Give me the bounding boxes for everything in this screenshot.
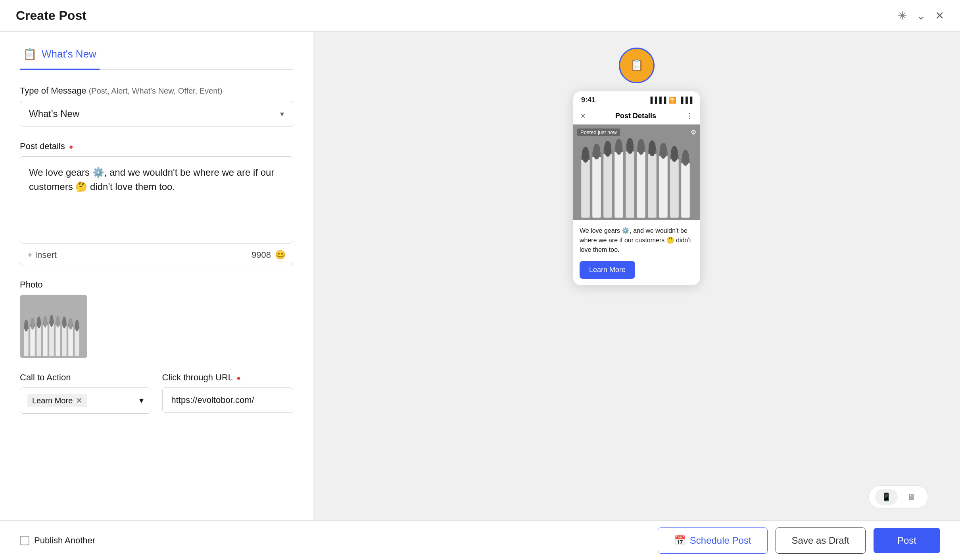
phone-nav-bar: ✕ Post Details ⋮	[573, 107, 700, 125]
svg-point-56	[637, 139, 645, 155]
publish-another-area[interactable]: Publish Another	[20, 535, 95, 546]
char-count-area: 9908 😊	[252, 250, 286, 260]
phone-time: 9:41	[581, 96, 595, 104]
insert-button[interactable]: + Insert	[27, 250, 57, 260]
cta-url-row: Call to Action Learn More ✕ ▾	[20, 372, 293, 414]
photo-label: Photo	[20, 280, 293, 290]
cta-tags: Learn More ✕	[27, 394, 139, 407]
schedule-post-button[interactable]: 📅 Schedule Post	[658, 527, 768, 554]
cta-controls: ▾	[139, 395, 144, 406]
phone-close-icon[interactable]: ✕	[580, 112, 586, 120]
cta-select[interactable]: Learn More ✕ ▾	[20, 387, 151, 414]
battery-icon: ▐▐▐	[679, 97, 692, 104]
cta-label: Call to Action	[20, 372, 151, 383]
message-type-label: Type of Message (Post, Alert, What's New…	[20, 86, 293, 96]
svg-point-25	[62, 316, 66, 328]
svg-rect-39	[670, 155, 679, 218]
cta-arrow-icon[interactable]: ▾	[139, 395, 144, 406]
right-panel: 📋 9:41 ▐▐▐▐ 🛜 ▐▐▐ ✕ Post Details	[313, 32, 960, 520]
svg-text:📋: 📋	[630, 58, 644, 71]
url-section: Click through URL ●	[162, 372, 294, 414]
svg-rect-40	[681, 159, 690, 218]
phone-post-text: We love gears ⚙️, and we wouldn't be whe…	[580, 226, 694, 255]
svg-point-51	[582, 147, 589, 163]
svg-point-19	[24, 320, 28, 332]
message-type-section: Type of Message (Post, Alert, What's New…	[20, 86, 293, 127]
svg-rect-35	[626, 148, 634, 218]
tag-remove-icon[interactable]: ✕	[76, 396, 83, 405]
post-details-section: Post details ● We love gears ⚙️, and we …	[20, 141, 293, 265]
svg-point-57	[649, 140, 656, 156]
post-button[interactable]: Post	[874, 528, 940, 553]
left-panel: 📋 What's New Type of Message (Post, Aler…	[0, 32, 313, 520]
svg-point-59	[671, 146, 678, 162]
svg-point-21	[37, 316, 41, 328]
pin-icon[interactable]: ✳	[898, 9, 907, 22]
svg-point-24	[56, 316, 60, 328]
phone-post-timestamp: Posted just now	[577, 128, 620, 136]
textarea-footer: + Insert 9908 😊	[20, 245, 293, 265]
required-indicator: ●	[69, 143, 73, 151]
save-draft-button[interactable]: Save as Draft	[776, 527, 866, 554]
svg-rect-37	[648, 150, 657, 218]
svg-point-22	[43, 316, 47, 328]
learn-more-button[interactable]: Learn More	[580, 261, 635, 279]
svg-rect-38	[659, 152, 668, 218]
wifi-icon: 🛜	[668, 96, 676, 104]
svg-rect-34	[614, 148, 623, 218]
phone-post-body: We love gears ⚙️, and we wouldn't be whe…	[573, 220, 700, 285]
phone-post-image: Posted just now ⚙	[573, 125, 700, 220]
post-details-input[interactable]: We love gears ⚙️, and we wouldn't be whe…	[20, 156, 293, 244]
tab-emoji: 📋	[23, 48, 37, 61]
select-arrow-icon: ▾	[280, 109, 284, 119]
photo-section: Photo	[20, 280, 293, 358]
svg-point-58	[660, 143, 667, 159]
emoji-picker-icon[interactable]: 😊	[275, 250, 286, 260]
svg-rect-36	[637, 148, 645, 218]
message-type-value: What's New	[29, 108, 79, 119]
phone-nav-title: Post Details	[615, 112, 656, 120]
svg-rect-31	[581, 156, 590, 218]
page-title: Create Post	[16, 8, 86, 23]
tab-whats-new[interactable]: 📋 What's New	[20, 40, 100, 70]
tab-label: What's New	[42, 48, 96, 60]
device-toggle-group: 📱 🖥	[868, 485, 928, 508]
tabs-container: 📋 What's New	[20, 32, 293, 70]
mobile-view-button[interactable]: 📱	[875, 489, 898, 505]
desktop-view-button[interactable]: 🖥	[901, 489, 922, 505]
phone-menu-icon[interactable]: ⋮	[686, 111, 693, 120]
url-label: Click through URL ●	[162, 372, 294, 383]
message-type-select[interactable]: What's New ▾	[20, 101, 293, 127]
svg-rect-33	[603, 150, 612, 218]
publish-another-checkbox[interactable]	[20, 536, 29, 545]
cta-section: Call to Action Learn More ✕ ▾	[20, 372, 151, 414]
message-type-display[interactable]: What's New ▾	[20, 101, 293, 127]
phone-settings-gear-icon: ⚙	[691, 128, 696, 136]
char-count-value: 9908	[252, 250, 271, 260]
signal-icon: ▐▐▐▐	[648, 97, 666, 104]
photo-preview[interactable]	[20, 295, 87, 358]
footer: Publish Another 📅 Schedule Post Save as …	[0, 520, 960, 560]
cta-select-display[interactable]: Learn More ✕ ▾	[20, 388, 151, 413]
url-required-indicator: ●	[236, 374, 241, 382]
svg-rect-5	[49, 322, 54, 356]
svg-rect-32	[592, 153, 601, 218]
svg-point-27	[75, 320, 79, 332]
calendar-icon: 📅	[674, 535, 686, 546]
svg-point-52	[593, 144, 600, 159]
cta-tag-value: Learn More	[32, 396, 73, 405]
url-input[interactable]	[162, 387, 294, 413]
svg-point-55	[626, 138, 634, 154]
svg-point-23	[50, 315, 54, 327]
main-content: 📋 What's New Type of Message (Post, Aler…	[0, 32, 960, 520]
chevron-down-icon[interactable]: ⌄	[916, 9, 925, 22]
header: Create Post ✳ ⌄ ✕	[0, 0, 960, 32]
brush-preview-image	[20, 295, 87, 358]
svg-point-26	[69, 318, 73, 330]
profile-avatar: 📋	[619, 48, 655, 83]
phone-status-bar: 9:41 ▐▐▐▐ 🛜 ▐▐▐	[573, 91, 700, 107]
post-details-label: Post details ●	[20, 141, 293, 152]
svg-point-54	[615, 139, 622, 155]
header-actions: ✳ ⌄ ✕	[898, 9, 944, 22]
close-icon[interactable]: ✕	[935, 9, 944, 22]
